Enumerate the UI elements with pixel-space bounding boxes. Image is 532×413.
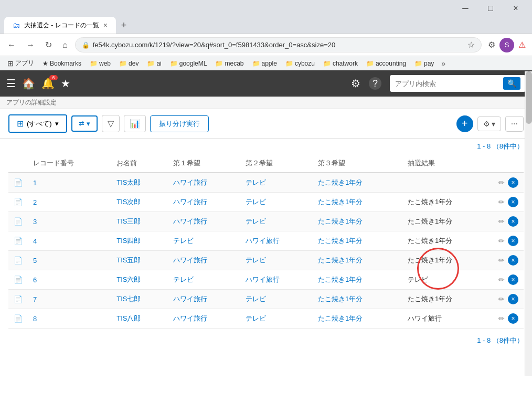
folder-ai-icon: 📁	[147, 60, 155, 67]
row-wish3: たこ焼き1年分	[313, 193, 402, 212]
bookmark-dev[interactable]: 📁 dev	[116, 59, 142, 68]
profile-button[interactable]: S	[499, 38, 514, 52]
tab-close-icon[interactable]: ×	[103, 21, 108, 29]
edit-record-button[interactable]: ✏	[498, 237, 505, 245]
delete-record-button[interactable]: ×	[508, 274, 518, 285]
row-wish3: たこ焼き1年分	[313, 231, 402, 251]
row-wish1: テレビ	[168, 270, 240, 290]
refresh-button[interactable]: ↻	[42, 38, 55, 52]
edit-record-button[interactable]: ✏	[498, 256, 505, 264]
scrollbar[interactable]	[525, 71, 532, 376]
folder-pay-icon: 📁	[414, 60, 422, 67]
close-button[interactable]: ×	[504, 1, 528, 16]
app-search-input[interactable]	[395, 80, 500, 88]
row-wish3: たこ焼き1年分	[313, 212, 402, 231]
col-header-wish3: 第３希望	[313, 154, 402, 173]
back-button[interactable]: ←	[4, 38, 19, 52]
bookmark-apple[interactable]: 📁 apple	[249, 59, 280, 68]
folder-dev-icon: 📁	[119, 60, 127, 67]
edit-record-button[interactable]: ✏	[498, 276, 505, 284]
add-record-button[interactable]: +	[456, 115, 473, 132]
settings-gear-icon[interactable]: ⚙	[351, 77, 360, 90]
view-dropdown-caret: ▾	[55, 120, 59, 128]
col-header-actions	[492, 154, 524, 173]
row-record-id: 7	[28, 290, 111, 309]
address-input[interactable]	[93, 41, 464, 49]
scrollbar-thumb[interactable]	[526, 71, 532, 124]
pagination-top-text: 1 - 8 （8件中）	[477, 142, 524, 150]
row-actions: ✏ ×	[492, 309, 524, 329]
more-options-button[interactable]: ···	[505, 116, 524, 132]
bookmark-mecab[interactable]: 📁 mecab	[212, 59, 247, 68]
filter-button[interactable]: ▽	[102, 115, 120, 132]
delete-record-button[interactable]: ×	[508, 216, 518, 227]
row-actions: ✏ ×	[492, 231, 524, 251]
row-wish2: テレビ	[240, 212, 313, 231]
graph-button[interactable]: ⇄ ▾	[71, 115, 98, 132]
app-search-button[interactable]: 🔍	[503, 77, 520, 90]
bookmark-pay[interactable]: 📁 pay	[411, 59, 437, 68]
alerts-button[interactable]: ⚠	[516, 38, 528, 52]
hamburger-menu-button[interactable]: ☰	[6, 77, 16, 90]
app-header: ☰ 🏠 🔔 6 ★ ⚙ ? 🔍	[0, 70, 532, 97]
bookmarks-more-button[interactable]: »	[439, 58, 448, 69]
bookmark-apple-label: apple	[262, 60, 277, 67]
row-actions: ✏ ×	[492, 270, 524, 290]
row-doc-icon: 📄	[8, 309, 28, 329]
row-wish1: ハワイ旅行	[168, 290, 240, 309]
row-record-id: 3	[28, 212, 111, 231]
row-result: たこ焼き1年分	[402, 231, 492, 251]
exec-button[interactable]: 振り分け実行	[150, 115, 209, 132]
minimize-button[interactable]: ─	[453, 1, 477, 16]
tab-favicon: 🗂	[13, 21, 20, 29]
bookmark-googleml[interactable]: 📁 googleML	[167, 59, 210, 68]
bookmark-chatwork[interactable]: 📁 chatwork	[320, 59, 361, 68]
new-tab-button[interactable]: +	[117, 18, 131, 33]
row-actions: ✏ ×	[492, 193, 524, 212]
row-result: テレビ	[402, 270, 492, 290]
help-question-icon[interactable]: ?	[369, 77, 381, 90]
view-selector[interactable]: ⊞ (すべて) ▾	[8, 114, 67, 133]
row-wish1: ハワイ旅行	[168, 251, 240, 270]
delete-record-button[interactable]: ×	[508, 294, 518, 304]
edit-record-button[interactable]: ✏	[498, 198, 505, 206]
bookmark-ai[interactable]: 📁 ai	[144, 59, 164, 68]
records-table-wrap: レコード番号 お名前 第１希望 第２希望 第３希望 抽選結果 📄 1 TIS太郎…	[0, 154, 532, 329]
bookmark-bookmarks[interactable]: ★ Bookmarks	[39, 59, 84, 68]
graph-caret: ▾	[87, 120, 90, 128]
restore-button[interactable]: □	[478, 1, 503, 16]
breadcrumb-text: アプリの詳細設定	[6, 98, 57, 107]
bookmark-accounting[interactable]: 📁 accounting	[363, 59, 409, 68]
home-button[interactable]: ⌂	[59, 38, 71, 52]
edit-record-button[interactable]: ✏	[498, 178, 505, 187]
home-nav-button[interactable]: 🏠	[22, 77, 35, 90]
edit-record-button[interactable]: ✏	[498, 217, 505, 226]
edit-record-button[interactable]: ✏	[498, 314, 505, 323]
bookmark-mecab-label: mecab	[225, 60, 243, 67]
delete-record-button[interactable]: ×	[508, 197, 518, 207]
delete-record-button[interactable]: ×	[508, 313, 518, 324]
tab-title: 大抽選会 - レコードの一覧	[24, 21, 99, 30]
table-row: 📄 5 TIS五郎 ハワイ旅行 テレビ たこ焼き1年分 たこ焼き1年分 ✏ ×	[8, 251, 524, 270]
favorites-star-icon[interactable]: ★	[61, 77, 70, 90]
table-header-row: レコード番号 お名前 第１希望 第２希望 第３希望 抽選結果	[8, 154, 524, 173]
bookmark-star-icon[interactable]: ☆	[467, 40, 475, 50]
row-wish3: たこ焼き1年分	[313, 309, 402, 329]
row-name: TIS太郎	[111, 173, 168, 193]
delete-record-button[interactable]: ×	[508, 236, 518, 246]
delete-record-button[interactable]: ×	[508, 177, 518, 188]
bookmark-chatwork-label: chatwork	[333, 60, 358, 67]
active-tab[interactable]: 🗂 大抽選会 - レコードの一覧 ×	[4, 17, 116, 34]
bookmark-apps[interactable]: ⊞ アプリ	[4, 58, 37, 69]
delete-record-button[interactable]: ×	[508, 255, 518, 266]
forward-button[interactable]: →	[23, 38, 38, 52]
bookmark-pay-label: pay	[424, 60, 434, 67]
chart-button[interactable]: 📊	[124, 115, 146, 132]
row-doc-icon: 📄	[8, 290, 28, 309]
notification-wrap: 🔔 6	[41, 77, 55, 90]
bookmark-web[interactable]: 📁 web	[87, 59, 114, 68]
edit-record-button[interactable]: ✏	[498, 295, 505, 303]
extensions-button[interactable]: ⚙	[486, 38, 497, 52]
app-settings-button[interactable]: ⚙ ▾	[477, 117, 501, 131]
bookmark-cybozu[interactable]: 📁 cybozu	[282, 59, 318, 68]
